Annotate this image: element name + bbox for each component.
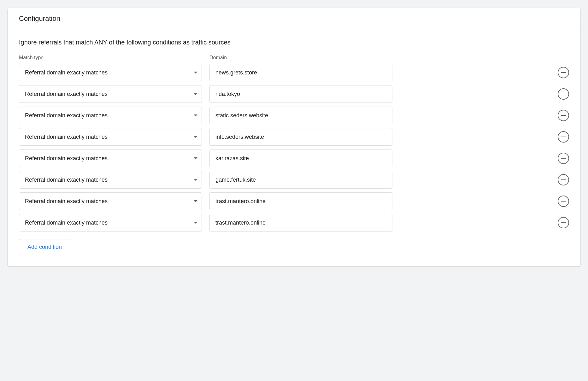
condition-row: Referral domain exactly matches [19,171,569,189]
domain-input[interactable] [209,107,392,124]
match-type-select[interactable]: Referral domain exactly matches [19,171,202,189]
minus-icon [561,94,566,95]
minus-icon [561,115,566,116]
domain-input[interactable] [209,64,392,81]
match-type-header: Match type [19,55,202,61]
page-title: Configuration [19,15,569,23]
remove-condition-button[interactable] [558,131,569,143]
domain-input[interactable] [209,128,392,146]
match-type-select-wrapper: Referral domain exactly matches [19,171,202,189]
minus-icon [561,158,566,159]
match-type-select-wrapper: Referral domain exactly matches [19,214,202,232]
remove-condition-button[interactable] [558,174,569,185]
remove-condition-button[interactable] [558,153,569,164]
condition-row: Referral domain exactly matches [19,64,569,81]
match-type-select-wrapper: Referral domain exactly matches [19,64,202,81]
conditions-list: Referral domain exactly matches Referral… [19,64,569,232]
match-type-select-wrapper: Referral domain exactly matches [19,128,202,146]
condition-row: Referral domain exactly matches [19,85,569,103]
condition-row: Referral domain exactly matches [19,107,569,124]
condition-row: Referral domain exactly matches [19,214,569,232]
match-type-select[interactable]: Referral domain exactly matches [19,192,202,210]
match-type-select-wrapper: Referral domain exactly matches [19,85,202,103]
match-type-select-wrapper: Referral domain exactly matches [19,192,202,210]
match-type-value: Referral domain exactly matches [25,134,108,140]
remove-condition-button[interactable] [558,88,569,100]
column-headers: Match type Domain [19,55,569,61]
instruction-text: Ignore referrals that match ANY of the f… [19,39,569,46]
match-type-select[interactable]: Referral domain exactly matches [19,128,202,146]
match-type-select[interactable]: Referral domain exactly matches [19,214,202,232]
match-type-select[interactable]: Referral domain exactly matches [19,64,202,81]
match-type-value: Referral domain exactly matches [25,112,108,119]
match-type-select-wrapper: Referral domain exactly matches [19,107,202,124]
condition-row: Referral domain exactly matches [19,149,569,167]
remove-condition-button[interactable] [558,67,569,78]
match-type-value: Referral domain exactly matches [25,69,108,76]
domain-header: Domain [209,55,392,61]
match-type-value: Referral domain exactly matches [25,220,108,226]
match-type-select[interactable]: Referral domain exactly matches [19,107,202,124]
minus-icon [561,222,566,223]
match-type-value: Referral domain exactly matches [25,155,108,162]
domain-input[interactable] [209,149,392,167]
match-type-value: Referral domain exactly matches [25,198,108,205]
card-body: Ignore referrals that match ANY of the f… [8,30,580,267]
domain-input[interactable] [209,171,392,189]
domain-input[interactable] [209,214,392,232]
condition-row: Referral domain exactly matches [19,192,569,210]
condition-row: Referral domain exactly matches [19,128,569,146]
card-header: Configuration [8,8,580,30]
match-type-value: Referral domain exactly matches [25,177,108,183]
minus-icon [561,72,566,73]
match-type-select-wrapper: Referral domain exactly matches [19,149,202,167]
minus-icon [561,179,566,180]
domain-input[interactable] [209,192,392,210]
minus-icon [561,201,566,202]
domain-input[interactable] [209,85,392,103]
match-type-value: Referral domain exactly matches [25,91,108,97]
match-type-select[interactable]: Referral domain exactly matches [19,149,202,167]
configuration-card: Configuration Ignore referrals that matc… [8,8,580,267]
add-condition-button[interactable]: Add condition [19,239,70,255]
remove-condition-button[interactable] [558,196,569,207]
remove-condition-button[interactable] [558,217,569,228]
match-type-select[interactable]: Referral domain exactly matches [19,85,202,103]
remove-condition-button[interactable] [558,110,569,121]
minus-icon [561,137,566,138]
